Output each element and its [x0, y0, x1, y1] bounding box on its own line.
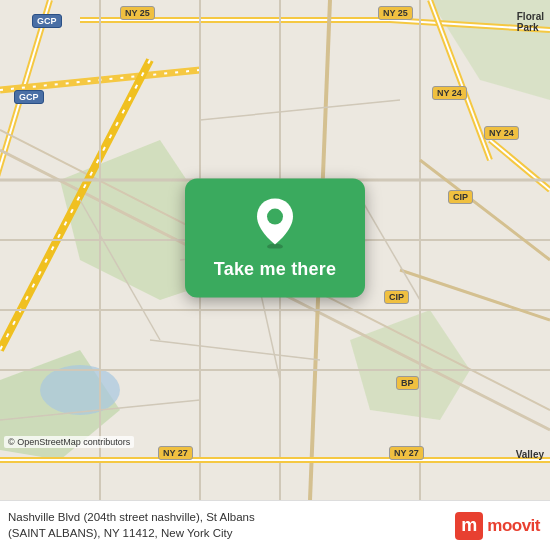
ny25-shield-left: NY 25 [120, 6, 155, 20]
ny25-shield-right: NY 25 [378, 6, 413, 20]
svg-point-6 [40, 365, 120, 415]
address-line2: (SAINT ALBANS), NY 11412, New York City [8, 526, 445, 542]
address-text: Nashville Blvd (204th street nashville),… [8, 510, 445, 541]
floral-park-label: FloralPark [515, 10, 546, 34]
bottom-bar: Nashville Blvd (204th street nashville),… [0, 500, 550, 550]
ny24-shield-mid: NY 24 [432, 86, 467, 100]
take-me-there-button[interactable]: Take me there [185, 179, 365, 298]
cip-shield-mid: CIP [384, 290, 409, 304]
ny24-shield-right: NY 24 [484, 126, 519, 140]
gcp-shield-top-left: GCP [32, 14, 62, 28]
map-container: GCP NY 25 NY 25 NY 24 NY 24 GCP CIP CIP … [0, 0, 550, 500]
bp-shield: BP [396, 376, 419, 390]
moovit-m-icon: m [455, 512, 483, 540]
cip-shield-right: CIP [448, 190, 473, 204]
moovit-brand-text: moovit [487, 516, 540, 536]
ny27-shield-right: NY 27 [389, 446, 424, 460]
ny27-shield-left: NY 27 [158, 446, 193, 460]
valley-label: Valley [514, 448, 546, 461]
moovit-logo: m moovit [455, 512, 540, 540]
osm-attribution: © OpenStreetMap contributors [4, 436, 134, 448]
take-me-there-label: Take me there [214, 259, 336, 280]
svg-point-44 [267, 209, 283, 225]
address-line1: Nashville Blvd (204th street nashville),… [8, 510, 445, 526]
gcp-shield-left: GCP [14, 90, 44, 104]
pin-icon [253, 197, 297, 249]
